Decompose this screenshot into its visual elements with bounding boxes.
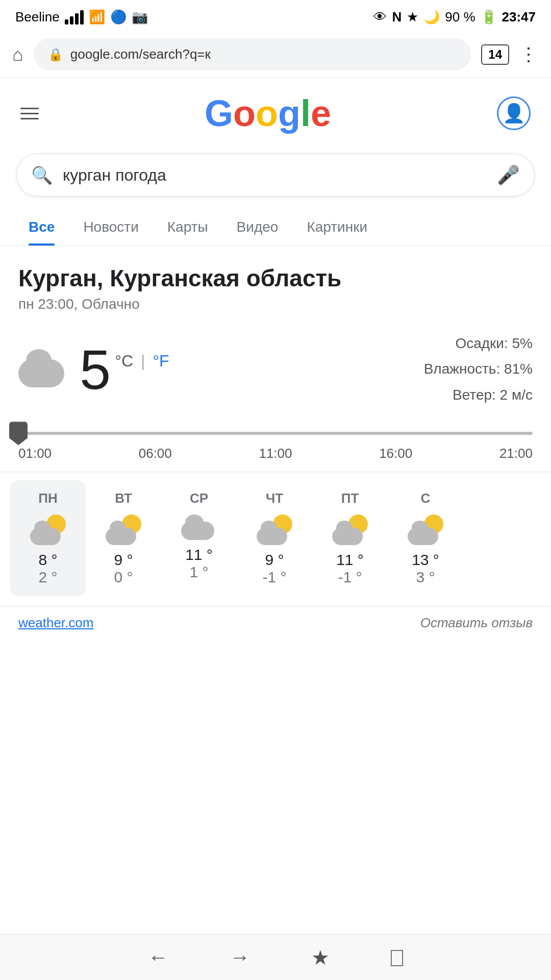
browser-bar: ⌂ 🔒 google.com/search?q=к 14 ⋮ bbox=[0, 31, 551, 78]
forecast-icon-fri bbox=[332, 514, 368, 545]
home-icon[interactable]: ⌂ bbox=[12, 44, 23, 65]
tab-count-button[interactable]: 14 bbox=[481, 44, 509, 65]
day-low-wed: 1 ° bbox=[189, 564, 208, 581]
forecast-icon-wed bbox=[181, 514, 217, 540]
day-high-tue: 9 ° bbox=[114, 551, 133, 569]
back-button[interactable]: ← bbox=[148, 946, 168, 969]
forward-button[interactable]: → bbox=[230, 946, 250, 969]
temperature-unit[interactable]: °C | °F bbox=[115, 352, 169, 371]
timeline-section[interactable]: 01:00 06:00 11:00 16:00 21:00 bbox=[0, 428, 551, 467]
status-bar: Beeline 📶 🔵 📷 👁 N ★ 🌙 90 % 🔋 23:47 bbox=[0, 0, 551, 31]
tab-images[interactable]: Картинки bbox=[292, 209, 382, 246]
weather-cloud-icon bbox=[18, 349, 69, 390]
temperature-value: 5 bbox=[80, 341, 111, 398]
tab-maps[interactable]: Карты bbox=[153, 209, 222, 246]
forecast-row: ПН 8 ° 2 ° ВТ 9 ° 0 ° СР 11 ° 1 ° ЧТ bbox=[0, 472, 551, 606]
day-high-thu: 9 ° bbox=[265, 551, 284, 569]
time-label-1: 01:00 bbox=[18, 446, 52, 461]
weather-details: Осадки: 5% Влажность: 81% Ветер: 2 м/с bbox=[424, 331, 533, 408]
day-low-thu: -1 ° bbox=[262, 569, 286, 586]
time-label: 23:47 bbox=[502, 9, 536, 25]
day-label-mon: ПН bbox=[38, 491, 57, 506]
wifi-icon: 📶 bbox=[89, 9, 105, 25]
bookmarks-button[interactable]: ★ bbox=[311, 946, 330, 969]
nfc-icon: N bbox=[392, 9, 402, 25]
forecast-day-wed[interactable]: СР 11 ° 1 ° bbox=[161, 480, 237, 596]
time-label-2: 06:00 bbox=[139, 446, 172, 461]
day-label-fri: ПТ bbox=[341, 491, 359, 506]
weather-datetime: пн 23:00, Облачно bbox=[18, 296, 533, 312]
search-bar[interactable]: 🔍 курган погода 🎤 bbox=[16, 154, 535, 197]
person-icon: 👤 bbox=[503, 103, 525, 124]
eye-icon: 👁 bbox=[373, 9, 387, 25]
day-high-sat: 13 ° bbox=[412, 551, 439, 569]
signal-icon bbox=[65, 10, 84, 24]
bottom-navigation: ← → ★ ⎕ bbox=[0, 934, 551, 980]
forecast-day-tue[interactable]: ВТ 9 ° 0 ° bbox=[86, 480, 161, 596]
moon-icon: 🌙 bbox=[423, 9, 440, 25]
weather-footer: weather.com Оставить отзыв bbox=[0, 606, 551, 646]
time-label-3: 11:00 bbox=[259, 446, 292, 461]
time-label-5: 21:00 bbox=[499, 446, 533, 461]
forecast-day-thu[interactable]: ЧТ 9 ° -1 ° bbox=[237, 480, 312, 596]
lock-icon: 🔒 bbox=[48, 47, 63, 62]
account-button[interactable]: 👤 bbox=[497, 96, 531, 130]
day-label-tue: ВТ bbox=[115, 491, 132, 506]
day-low-tue: 0 ° bbox=[114, 569, 133, 586]
tabs-button[interactable]: ⎕ bbox=[391, 946, 403, 969]
timeline-thumb[interactable] bbox=[9, 422, 28, 445]
source-link[interactable]: weather.com bbox=[18, 615, 93, 631]
humidity-label: Влажность: 81% bbox=[424, 356, 533, 382]
day-high-fri: 11 ° bbox=[336, 551, 364, 569]
review-link[interactable]: Оставить отзыв bbox=[420, 615, 533, 631]
tab-all[interactable]: Все bbox=[14, 209, 69, 246]
search-query[interactable]: курган погода bbox=[63, 166, 487, 185]
weather-widget: Курган, Курганская область пн 23:00, Обл… bbox=[0, 246, 551, 408]
google-header: G o o g l e 👤 bbox=[0, 78, 551, 149]
forecast-day-mon[interactable]: ПН 8 ° 2 ° bbox=[10, 480, 86, 596]
google-logo: G o o g l e bbox=[205, 92, 331, 134]
day-low-mon: 2 ° bbox=[38, 569, 57, 586]
forecast-icon-thu bbox=[257, 514, 292, 545]
microphone-icon[interactable]: 🎤 bbox=[497, 164, 520, 186]
day-label-sat: С bbox=[421, 491, 431, 506]
day-low-sat: 3 ° bbox=[416, 569, 435, 586]
hamburger-menu-button[interactable] bbox=[20, 108, 39, 119]
search-tabs: Все Новости Карты Видео Картинки bbox=[0, 209, 551, 246]
timeline-track bbox=[18, 432, 533, 435]
search-bar-wrapper: 🔍 курган погода 🎤 bbox=[0, 149, 551, 209]
bluetooth-icon: ★ bbox=[407, 9, 418, 25]
day-high-mon: 8 ° bbox=[38, 551, 57, 569]
battery-icon: 🔋 bbox=[481, 9, 497, 25]
forecast-icon-sat bbox=[408, 514, 443, 545]
forecast-icon-mon bbox=[30, 514, 66, 545]
timeline-labels: 01:00 06:00 11:00 16:00 21:00 bbox=[18, 446, 533, 461]
day-label-thu: ЧТ bbox=[266, 491, 283, 506]
search-icon: 🔍 bbox=[31, 165, 53, 185]
battery-label: 90 % bbox=[445, 9, 475, 25]
url-text: google.com/search?q=к bbox=[70, 46, 211, 62]
notification-icon: 🔵 bbox=[110, 9, 127, 25]
forecast-icon-tue bbox=[106, 514, 141, 545]
url-bar[interactable]: 🔒 google.com/search?q=к bbox=[34, 38, 471, 70]
forecast-day-sat[interactable]: С 13 ° 3 ° bbox=[388, 480, 463, 596]
weather-temp-row: 5 °C | °F Осадки: 5% Влажность: 81% Вете… bbox=[18, 331, 533, 408]
carrier-label: Beeline bbox=[15, 9, 60, 25]
day-label-wed: СР bbox=[190, 491, 208, 506]
time-label-4: 16:00 bbox=[379, 446, 412, 461]
more-options-button[interactable]: ⋮ bbox=[519, 44, 539, 65]
weather-location: Курган, Курганская область bbox=[18, 264, 533, 292]
forecast-day-fri[interactable]: ПТ 11 ° -1 ° bbox=[312, 480, 388, 596]
wind-label: Ветер: 2 м/с bbox=[424, 382, 533, 408]
tab-news[interactable]: Новости bbox=[69, 209, 153, 246]
instagram-icon: 📷 bbox=[132, 9, 148, 25]
day-high-wed: 11 ° bbox=[185, 546, 213, 564]
precipitation-label: Осадки: 5% bbox=[424, 331, 533, 356]
tab-video[interactable]: Видео bbox=[222, 209, 293, 246]
day-low-fri: -1 ° bbox=[338, 569, 362, 586]
